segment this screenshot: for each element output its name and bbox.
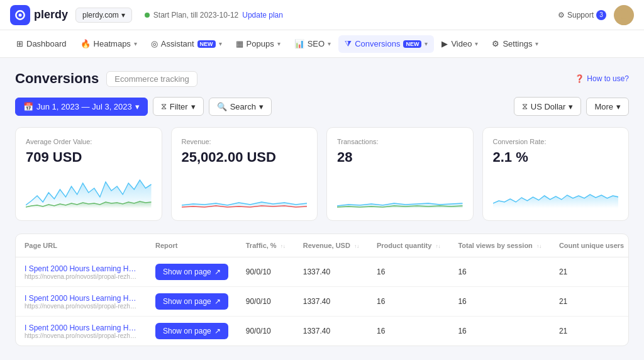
page-title-0[interactable]: I Spent 2000 Hours Learning How To Learn… [25,264,138,273]
nav-item-heatmaps[interactable]: 🔥 Heatmaps ▾ [74,35,143,52]
col-label-page-url: Page URL [25,242,57,249]
cell-unique-users-1: 21 [550,287,629,317]
search-button[interactable]: 🔍 Search ▾ [209,98,272,116]
date-range-label: Jun 1, 2023 — Jul 3, 2023 [36,102,132,111]
search-icon: 🔍 [217,102,227,111]
plan-text: Start Plan, till 2023-10-12 [153,11,238,20]
new-badge-conversions: NEW [403,40,421,48]
nav-item-popups[interactable]: ▦ Popups ▾ [230,35,287,52]
cell-report-1: Show on page ↗ [147,287,237,317]
cell-unique-users-0: 21 [550,257,629,287]
logo-text: plerdy [34,8,68,21]
date-range-button[interactable]: 📅 Jun 1, 2023 — Jul 3, 2023 ▾ [15,98,148,116]
metric-value-conversion-rate: 2.1 % [493,149,619,166]
metric-label-conversion-rate: Conversion Rate: [493,138,619,145]
chevron-down-icon: ▾ [135,102,140,111]
fire-icon: 🔥 [80,39,91,48]
sort-icon-revenue: ↑↓ [354,244,359,249]
chevron-down-icon: ▾ [121,11,125,20]
nav-label-video: Video [451,39,472,48]
col-label-total-views: Total views by session [458,242,532,249]
metric-card-conversion-rate: Conversion Rate: 2.1 % [482,127,630,221]
show-on-page-button-2[interactable]: Show on page ↗ [155,323,228,339]
metric-label-aov: Average Order Value: [26,138,152,145]
support-label: Support [567,11,594,20]
col-label-product-qty: Product quantity [377,242,431,249]
plan-status-dot [145,13,150,18]
cell-total-views-1: 16 [449,287,550,317]
cell-report-2: Show on page ↗ [147,317,237,346]
show-on-page-label-1: Show on page [163,297,211,306]
domain-text: plerdy.com [82,11,119,20]
col-unique-users[interactable]: Count unique users ↑↓ [550,234,629,257]
cell-page-url-2: I Spent 2000 Hours Learning How To Learn… [16,317,147,346]
nav-item-assistant[interactable]: ◎ Assistant NEW ▾ [145,35,228,52]
ai-icon: ◎ [151,39,158,48]
sort-icon-unique-users: ↑↓ [628,244,629,249]
main-nav: ⊞ Dashboard 🔥 Heatmaps ▾ ◎ Assistant NEW… [0,30,644,58]
filter-button[interactable]: ⧖ Filter ▾ [153,97,204,116]
new-badge-assistant: NEW [197,40,216,48]
topbar-right: ⚙ Support 3 [558,5,634,25]
nav-item-video[interactable]: ▶ Video ▾ [435,35,484,52]
cell-product-qty-2: 16 [368,317,449,346]
toolbar-right: ⧖ US Dollar ▾ More ▾ [514,97,629,116]
data-table: Page URL Report Traffic, % ↑↓ Revenue, U… [16,234,629,346]
user-avatar[interactable] [614,5,634,25]
play-icon: ▶ [441,39,448,48]
metric-card-transactions: Transactions: 28 [326,127,474,221]
gear-icon: ⚙ [558,11,565,20]
nav-label-seo: SEO [308,39,325,48]
how-to-use-link[interactable]: ❓ How to use? [575,74,629,83]
col-report[interactable]: Report [147,234,237,257]
cell-page-url-0: I Spent 2000 Hours Learning How To Learn… [16,257,147,287]
svg-marker-9 [493,194,619,208]
filter-icon: ⧖ [161,101,167,111]
cell-traffic-0: 90/0/10 [237,257,294,287]
chart-transactions [337,171,463,208]
table-header-row: Page URL Report Traffic, % ↑↓ Revenue, U… [16,234,629,257]
nav-item-seo[interactable]: 📊 SEO ▾ [288,35,337,52]
how-to-use-label: How to use? [587,74,629,83]
page-title-1[interactable]: I Spent 2000 Hours Learning How To Learn… [25,294,138,303]
chart-icon: 📊 [294,39,304,48]
update-plan-link[interactable]: Update plan [242,11,283,20]
nav-item-dashboard[interactable]: ⊞ Dashboard [10,35,73,52]
cell-product-qty-0: 16 [368,257,449,287]
page-url-1: https://novena.pro/novosti/propal-rezhim… [25,303,138,310]
nav-item-settings[interactable]: ⚙ Settings ▾ [486,35,545,52]
col-product-qty[interactable]: Product quantity ↑↓ [368,234,449,257]
plan-badge: Start Plan, till 2023-10-12 Update plan [145,11,283,20]
support-button[interactable]: ⚙ Support 3 [558,10,606,20]
col-traffic[interactable]: Traffic, % ↑↓ [237,234,294,257]
show-on-page-button-1[interactable]: Show on page ↗ [155,293,228,310]
page-title-2[interactable]: I Spent 2000 Hours Learning How To Learn… [25,323,138,332]
currency-selector[interactable]: ⧖ US Dollar ▾ [514,97,582,116]
col-total-views[interactable]: Total views by session ↑↓ [449,234,550,257]
page-title: Conversions [15,70,99,87]
col-label-traffic: Traffic, % [246,242,277,249]
cell-report-0: Show on page ↗ [147,257,237,287]
col-page-url[interactable]: Page URL [16,234,147,257]
topbar: plerdy plerdy.com ▾ Start Plan, till 202… [0,0,644,30]
chevron-down-icon: ▾ [259,102,264,111]
metric-label-transactions: Transactions: [337,138,463,145]
nav-label-assistant: Assistant [161,39,194,48]
metric-value-revenue: 25,002.00 USD [182,149,308,166]
cell-total-views-2: 16 [449,317,550,346]
metric-value-transactions: 28 [337,149,463,166]
table-body: I Spent 2000 Hours Learning How To Learn… [16,257,629,346]
col-label-revenue: Revenue, USD [303,242,350,249]
col-revenue[interactable]: Revenue, USD ↑↓ [294,234,368,257]
nav-item-conversions[interactable]: ⧩ Conversions NEW ▾ [338,35,434,53]
domain-selector[interactable]: plerdy.com ▾ [75,8,132,23]
svg-point-1 [19,13,22,16]
table-row: I Spent 2000 Hours Learning How To Learn… [16,287,629,317]
metric-label-revenue: Revenue: [182,138,308,145]
more-button[interactable]: More ▾ [586,98,629,116]
ecommerce-tab[interactable]: Ecommerce tracking [106,71,197,87]
show-on-page-button-0[interactable]: Show on page ↗ [155,264,228,280]
cell-product-qty-1: 16 [368,287,449,317]
cell-unique-users-2: 21 [550,317,629,346]
cell-revenue-1: 1337.40 [294,287,368,317]
